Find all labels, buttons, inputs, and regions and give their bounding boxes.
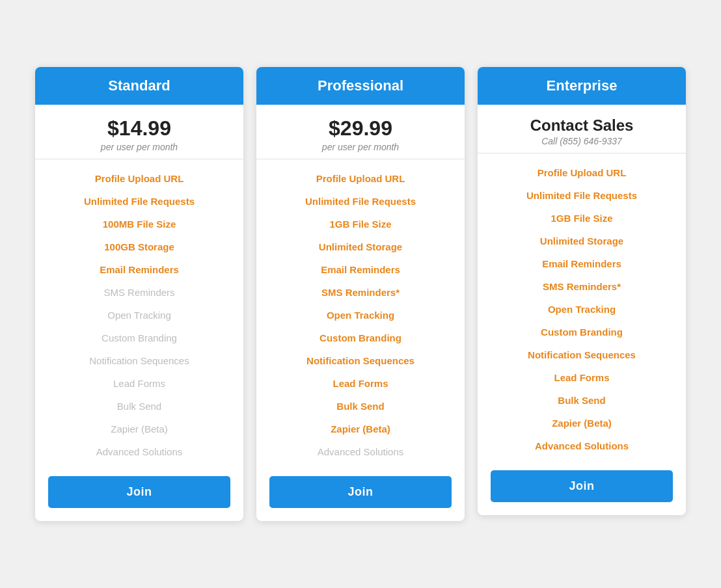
price-section-professional: $29.99per user per month bbox=[256, 105, 465, 159]
feature-item-enterprise-10: Bulk Send bbox=[491, 389, 673, 412]
feature-item-standard-1: Unlimited File Requests bbox=[48, 190, 230, 213]
plan-period-enterprise: Call (855) 646-9337 bbox=[491, 136, 673, 146]
feature-item-standard-4: Email Reminders bbox=[48, 258, 230, 281]
card-footer-enterprise: Join bbox=[478, 470, 686, 515]
plan-title-professional: Professional bbox=[269, 77, 452, 94]
join-button-professional[interactable]: Join bbox=[269, 476, 452, 508]
features-list-professional: Profile Upload URLUnlimited File Request… bbox=[256, 159, 465, 476]
feature-item-standard-11: Zapier (Beta) bbox=[48, 418, 230, 440]
card-header-enterprise: Enterprise bbox=[478, 67, 686, 105]
feature-item-standard-7: Custom Branding bbox=[48, 327, 230, 349]
feature-item-enterprise-0: Profile Upload URL bbox=[491, 161, 673, 184]
feature-item-standard-5: SMS Reminders bbox=[48, 281, 230, 304]
plan-period-standard: per user per month bbox=[48, 142, 230, 152]
plan-period-professional: per user per month bbox=[269, 142, 452, 152]
feature-item-professional-9: Lead Forms bbox=[269, 372, 452, 395]
plan-price-professional: $29.99 bbox=[269, 116, 452, 140]
feature-item-standard-9: Lead Forms bbox=[48, 372, 230, 395]
card-header-professional: Professional bbox=[256, 67, 465, 105]
pricing-card-standard: Standard$14.99per user per monthProfile … bbox=[35, 67, 243, 521]
feature-item-enterprise-7: Custom Branding bbox=[491, 321, 673, 343]
feature-item-professional-7: Custom Branding bbox=[269, 327, 452, 349]
pricing-container: Standard$14.99per user per monthProfile … bbox=[13, 67, 708, 521]
feature-item-professional-6: Open Tracking bbox=[269, 304, 452, 327]
plan-price-contact-enterprise: Contact Sales bbox=[491, 116, 673, 135]
feature-item-standard-12: Advanced Solutions bbox=[48, 440, 230, 463]
plan-title-enterprise: Enterprise bbox=[491, 77, 673, 94]
feature-item-professional-5: SMS Reminders* bbox=[269, 281, 452, 304]
feature-item-standard-2: 100MB File Size bbox=[48, 213, 230, 235]
feature-item-professional-11: Zapier (Beta) bbox=[269, 418, 452, 440]
price-section-enterprise: Contact SalesCall (855) 646-9337 bbox=[478, 105, 686, 154]
feature-item-enterprise-6: Open Tracking bbox=[491, 298, 673, 321]
features-list-enterprise: Profile Upload URLUnlimited File Request… bbox=[478, 154, 686, 470]
feature-item-enterprise-8: Notification Sequences bbox=[491, 343, 673, 366]
feature-item-professional-4: Email Reminders bbox=[269, 258, 452, 281]
feature-item-standard-8: Notification Sequences bbox=[48, 349, 230, 372]
feature-item-enterprise-3: Unlimited Storage bbox=[491, 230, 673, 252]
feature-item-standard-0: Profile Upload URL bbox=[48, 167, 230, 190]
plan-price-standard: $14.99 bbox=[48, 116, 230, 140]
feature-item-enterprise-12: Advanced Solutions bbox=[491, 434, 673, 457]
feature-item-standard-3: 100GB Storage bbox=[48, 235, 230, 258]
pricing-card-enterprise: EnterpriseContact SalesCall (855) 646-93… bbox=[478, 67, 686, 515]
join-button-standard[interactable]: Join bbox=[48, 476, 230, 508]
feature-item-enterprise-2: 1GB File Size bbox=[491, 207, 673, 230]
feature-item-professional-8: Notification Sequences bbox=[269, 349, 452, 372]
feature-item-professional-10: Bulk Send bbox=[269, 395, 452, 418]
feature-item-enterprise-1: Unlimited File Requests bbox=[491, 184, 673, 207]
feature-item-enterprise-9: Lead Forms bbox=[491, 366, 673, 389]
feature-item-standard-6: Open Tracking bbox=[48, 304, 230, 327]
features-list-standard: Profile Upload URLUnlimited File Request… bbox=[35, 159, 243, 476]
plan-title-standard: Standard bbox=[48, 77, 230, 94]
feature-item-enterprise-11: Zapier (Beta) bbox=[491, 412, 673, 434]
feature-item-professional-1: Unlimited File Requests bbox=[269, 190, 452, 213]
card-footer-professional: Join bbox=[256, 476, 465, 521]
feature-item-professional-0: Profile Upload URL bbox=[269, 167, 452, 190]
feature-item-professional-12: Advanced Solutions bbox=[269, 440, 452, 463]
feature-item-enterprise-4: Email Reminders bbox=[491, 252, 673, 275]
feature-item-enterprise-5: SMS Reminders* bbox=[491, 275, 673, 298]
card-header-standard: Standard bbox=[35, 67, 243, 105]
price-section-standard: $14.99per user per month bbox=[35, 105, 243, 159]
join-button-enterprise[interactable]: Join bbox=[491, 470, 673, 502]
pricing-card-professional: Professional$29.99per user per monthProf… bbox=[256, 67, 465, 521]
card-footer-standard: Join bbox=[35, 476, 243, 521]
feature-item-professional-3: Unlimited Storage bbox=[269, 235, 452, 258]
feature-item-professional-2: 1GB File Size bbox=[269, 213, 452, 235]
feature-item-standard-10: Bulk Send bbox=[48, 395, 230, 418]
